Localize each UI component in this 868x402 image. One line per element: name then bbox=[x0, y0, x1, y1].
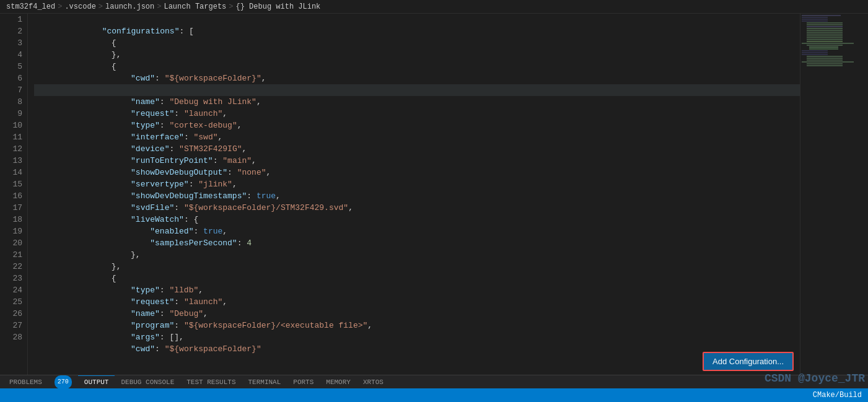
code-line: "showDevDebugOutput": "none", bbox=[34, 155, 800, 167]
tab-label: MEMORY bbox=[326, 375, 351, 389]
code-line: "device": "STM32F429IG", bbox=[34, 131, 800, 143]
tab-output[interactable]: OUTPUT bbox=[78, 375, 115, 389]
code-line: "cwd": "${workspaceFolder}" bbox=[34, 331, 800, 343]
code-line: "name": "Debug with JLink", bbox=[34, 84, 800, 96]
tab-label: TERMINAL bbox=[248, 375, 281, 389]
tab-problems[interactable]: PROBLEMS bbox=[3, 375, 48, 389]
code-line: "cwd": "${workspaceFolder}", bbox=[34, 61, 800, 72]
code-line: { bbox=[34, 25, 800, 37]
line-numbers: 1 2 3 4 5 6 7 8 9 10 11 12 13 14 15 16 1… bbox=[0, 14, 28, 388]
status-bar: CMake/Build bbox=[0, 388, 868, 402]
code-line: "showDevDebugTimestamps": true, bbox=[34, 178, 800, 190]
code-lines: "configurations": [ { }, { "cwd": "${wor… bbox=[28, 14, 800, 343]
code-line: "servertype": "jlink", bbox=[34, 167, 800, 178]
code-line: "runToEntryPoint": "main", bbox=[34, 143, 800, 155]
minimap bbox=[800, 14, 868, 388]
tab-label: XRTOS bbox=[363, 375, 384, 389]
breadcrumb-part[interactable]: stm32f4_led bbox=[6, 2, 55, 11]
tab-terminal[interactable]: TERMINAL bbox=[242, 375, 287, 389]
breadcrumb-sep: > bbox=[157, 2, 161, 11]
code-line: "program": "${workspaceFolder}/<executab… bbox=[34, 308, 800, 320]
tab-label: PROBLEMS bbox=[9, 375, 42, 389]
tab-label: PORTS bbox=[293, 375, 313, 389]
tab-debug-console[interactable]: DEBUG CONSOLE bbox=[115, 375, 180, 389]
tab-test-results[interactable]: TEST RESULTS bbox=[180, 375, 242, 389]
code-line: }, bbox=[34, 237, 800, 249]
tab-label: DEBUG CONSOLE bbox=[121, 375, 174, 389]
code-line: "configurations": [ bbox=[34, 14, 800, 25]
problems-badge: 270 bbox=[55, 375, 72, 389]
breadcrumb-sep: > bbox=[58, 2, 62, 11]
code-line: "executable": "./build/template.elf", bbox=[34, 72, 800, 84]
code-line: { bbox=[34, 49, 800, 61]
code-line: "enabled": true, bbox=[34, 214, 800, 225]
code-line: "args": [], bbox=[34, 320, 800, 331]
breadcrumb-part[interactable]: {} Debug with JLink bbox=[236, 2, 321, 11]
tab-label: OUTPUT bbox=[84, 375, 109, 389]
code-line: "request": "launch", bbox=[34, 284, 800, 296]
code-line: "name": "Debug", bbox=[34, 296, 800, 308]
breadcrumb: stm32f4_led > .vscode > launch.json > La… bbox=[0, 0, 868, 14]
code-line: "request": "launch", bbox=[34, 96, 800, 108]
code-line: "interface": "swd", bbox=[34, 120, 800, 131]
code-area[interactable]: "configurations": [ { }, { "cwd": "${wor… bbox=[28, 14, 800, 388]
breadcrumb-sep: > bbox=[99, 2, 103, 11]
tab-xrtos[interactable]: XRTOS bbox=[357, 375, 390, 389]
code-line: "type": "lldb", bbox=[34, 273, 800, 284]
cmake-build-status: CMake/Build bbox=[813, 391, 862, 400]
code-line: "type": "cortex-debug", bbox=[34, 108, 800, 120]
breadcrumb-sep: > bbox=[229, 2, 233, 11]
code-line: }, bbox=[34, 37, 800, 49]
tab-problems-count[interactable]: 270 bbox=[48, 375, 78, 389]
code-line: { bbox=[34, 261, 800, 273]
breadcrumb-part[interactable]: Launch Targets bbox=[164, 2, 226, 11]
status-right: CMake/Build bbox=[813, 391, 862, 400]
code-line: }, bbox=[34, 249, 800, 261]
breadcrumb-part[interactable]: launch.json bbox=[105, 2, 154, 11]
code-line: "samplesPerSecond": 4 bbox=[34, 225, 800, 237]
tab-label: TEST RESULTS bbox=[186, 375, 235, 389]
tab-ports[interactable]: PORTS bbox=[287, 375, 320, 389]
add-configuration-button[interactable]: Add Configuration... bbox=[703, 352, 794, 371]
bottom-tabs: PROBLEMS 270 OUTPUT DEBUG CONSOLE TEST R… bbox=[0, 375, 868, 388]
code-line: "liveWatch": { bbox=[34, 202, 800, 214]
code-line: "svdFile": "${workspaceFolder}/STM32F429… bbox=[34, 190, 800, 202]
tab-memory[interactable]: MEMORY bbox=[320, 375, 357, 389]
editor-container: 1 2 3 4 5 6 7 8 9 10 11 12 13 14 15 16 1… bbox=[0, 14, 868, 388]
breadcrumb-part[interactable]: .vscode bbox=[64, 2, 95, 11]
